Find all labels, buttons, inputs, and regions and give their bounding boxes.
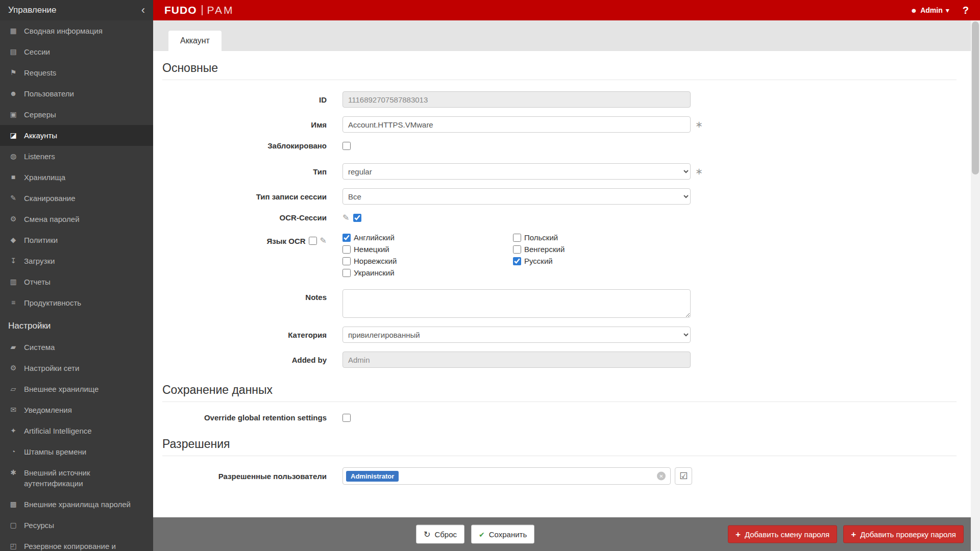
clear-icon[interactable]: ✕ xyxy=(657,472,666,481)
required-asterisk-icon: ∗ xyxy=(695,119,703,130)
session-recording-select[interactable]: Все xyxy=(342,188,691,205)
language-option-ukrainian[interactable]: Украинский xyxy=(342,268,513,277)
ocr-checkbox[interactable] xyxy=(353,214,361,222)
sidebar-item-policies[interactable]: ◆ Политики xyxy=(0,230,153,251)
language-checkbox[interactable] xyxy=(513,234,521,242)
user-token-administrator[interactable]: Administrator xyxy=(346,471,399,482)
language-checkbox[interactable] xyxy=(342,257,351,265)
category-select[interactable]: привилегированный xyxy=(342,327,691,343)
language-checkbox[interactable] xyxy=(342,245,351,254)
sidebar-item-label: Сессии xyxy=(24,46,50,57)
blocked-checkbox[interactable] xyxy=(342,142,351,150)
wand-icon: ✎ xyxy=(8,193,18,204)
name-field[interactable] xyxy=(342,116,691,133)
sidebar-item-scanning[interactable]: ✎ Сканирование xyxy=(0,188,153,209)
sidebar-item-label: Пользователи xyxy=(24,88,74,99)
sidebar-item-label: Внешнее хранилище xyxy=(24,384,99,394)
type-select[interactable]: regular xyxy=(342,163,691,180)
backup-icon: ◰ xyxy=(8,541,18,551)
sidebar-item-storage[interactable]: ■ Хранилища xyxy=(0,167,153,188)
language-checkbox[interactable] xyxy=(513,245,521,254)
chevron-down-icon: ▾ xyxy=(946,6,949,14)
form-row-allowed-users: Разрешенные пользователи Administrator ✕… xyxy=(162,467,957,485)
sidebar-item-sessions[interactable]: ▤ Сессии xyxy=(0,41,153,62)
language-option-norwegian[interactable]: Норвежский xyxy=(342,257,513,265)
sidebar-item-password-change[interactable]: ⚙ Смена паролей xyxy=(0,209,153,230)
language-checkbox[interactable] xyxy=(342,269,351,277)
allowed-users-input[interactable]: Administrator ✕ xyxy=(342,467,671,485)
server-icon: ▣ xyxy=(8,109,18,120)
vertical-scrollbar[interactable] xyxy=(971,20,980,551)
help-button[interactable]: ? xyxy=(963,5,969,16)
edit-icon[interactable]: ✎ xyxy=(342,214,349,222)
sidebar-item-external-auth[interactable]: ✱ Внешний источник аутентификации xyxy=(0,462,153,494)
sidebar-item-resources[interactable]: ▢ Ресурсы xyxy=(0,515,153,536)
form-row-blocked: Заблокировано xyxy=(162,141,957,150)
name-label: Имя xyxy=(162,120,327,129)
language-option-english[interactable]: Английский xyxy=(342,233,513,242)
sidebar-item-productivity[interactable]: ≡ Продуктивность xyxy=(0,292,153,313)
add-password-change-button[interactable]: + Добавить смену пароля xyxy=(728,525,837,543)
brand-fudo: FUDO xyxy=(164,4,197,16)
form-row-session-recording: Тип записи сессии Все xyxy=(162,188,957,205)
gear-icon: ⚙ xyxy=(8,363,18,373)
language-label: Польский xyxy=(524,233,558,242)
add-password-check-button[interactable]: + Добавить проверку пароля xyxy=(843,525,964,543)
grid-icon: ▩ xyxy=(8,499,18,510)
notes-textarea[interactable] xyxy=(342,289,691,318)
sidebar-item-summary[interactable]: ▦ Сводная информация xyxy=(0,20,153,41)
sessions-icon: ▤ xyxy=(8,46,18,57)
sidebar-item-listeners[interactable]: ◍ Listeners xyxy=(0,146,153,167)
reset-button-label: Сброс xyxy=(434,530,457,539)
sidebar-item-backup[interactable]: ◰ Резервное копирование и xyxy=(0,536,153,551)
edit-icon[interactable]: ✎ xyxy=(320,237,327,245)
sidebar-item-label: Продуктивность xyxy=(24,297,81,308)
select-users-button[interactable]: ☑ xyxy=(675,467,692,485)
user-menu[interactable]: ☻ Admin ▾ xyxy=(911,6,949,14)
sidebar-item-label: Система xyxy=(24,342,55,353)
form-row-ocr-language: Язык OCR ✎ Английский Немецкий xyxy=(162,233,957,277)
sidebar-item-system[interactable]: ▰ Система xyxy=(0,337,153,358)
reset-button[interactable]: ↻ Сброс xyxy=(416,525,464,544)
flask-icon: ✦ xyxy=(8,425,18,436)
add-password-check-label: Добавить проверку пароля xyxy=(860,530,956,539)
account-form: Основные ID Имя ∗ Заблокировано Тип regu… xyxy=(153,51,971,551)
sidebar-item-external-password-vaults[interactable]: ▩ Внешние хранилища паролей xyxy=(0,494,153,515)
sidebar: Управление ‹ ▦ Сводная информация ▤ Сесс… xyxy=(0,0,153,551)
ocr-language-master-checkbox[interactable] xyxy=(309,237,317,245)
sidebar-item-network-settings[interactable]: ⚙ Настройки сети xyxy=(0,358,153,379)
save-button[interactable]: ✔ Сохранить xyxy=(471,525,534,544)
language-checkbox[interactable] xyxy=(513,257,521,265)
sidebar-item-ai[interactable]: ✦ Artificial Intelligence xyxy=(0,420,153,441)
language-option-german[interactable]: Немецкий xyxy=(342,245,513,254)
plus-icon: + xyxy=(851,531,856,538)
key-icon: ⚙ xyxy=(8,214,18,224)
override-retention-checkbox[interactable] xyxy=(342,414,351,422)
language-option-hungarian[interactable]: Венгерский xyxy=(513,245,565,254)
users-icon: ☻ xyxy=(8,88,18,99)
save-button-label: Сохранить xyxy=(489,530,527,539)
sidebar-item-timestamps[interactable]: ◔ Штампы времени xyxy=(0,441,153,462)
print-icon: ▥ xyxy=(8,277,18,287)
brand-divider xyxy=(202,5,203,15)
action-bar: ↻ Сброс ✔ Сохранить + Добавить смену пар… xyxy=(153,517,971,551)
sidebar-item-external-storage[interactable]: ▱ Внешнее хранилище xyxy=(0,379,153,399)
download-icon: ↧ xyxy=(8,256,18,266)
sidebar-item-servers[interactable]: ▣ Серверы xyxy=(0,104,153,125)
sidebar-collapse-icon[interactable]: ‹ xyxy=(141,5,145,16)
scrollbar-thumb[interactable] xyxy=(972,21,979,174)
language-option-russian[interactable]: Русский xyxy=(513,257,565,265)
safe-icon: ■ xyxy=(8,172,18,183)
language-label: Украинский xyxy=(354,268,395,277)
language-option-polish[interactable]: Польский xyxy=(513,233,565,242)
section-heading-permissions: Разрешения xyxy=(162,437,957,456)
sidebar-item-requests[interactable]: ⚑ Requests xyxy=(0,62,153,83)
tab-account[interactable]: Аккаунт xyxy=(168,31,222,51)
language-checkbox[interactable] xyxy=(342,234,351,242)
sidebar-item-label: Внешний источник аутентификации xyxy=(24,467,145,489)
sidebar-item-notifications[interactable]: ✉ Уведомления xyxy=(0,399,153,420)
sidebar-item-downloads[interactable]: ↧ Загрузки xyxy=(0,251,153,271)
sidebar-item-accounts[interactable]: ◪ Аккаунты xyxy=(0,125,153,146)
sidebar-item-reports[interactable]: ▥ Отчеты xyxy=(0,271,153,292)
sidebar-item-users[interactable]: ☻ Пользователи xyxy=(0,83,153,104)
